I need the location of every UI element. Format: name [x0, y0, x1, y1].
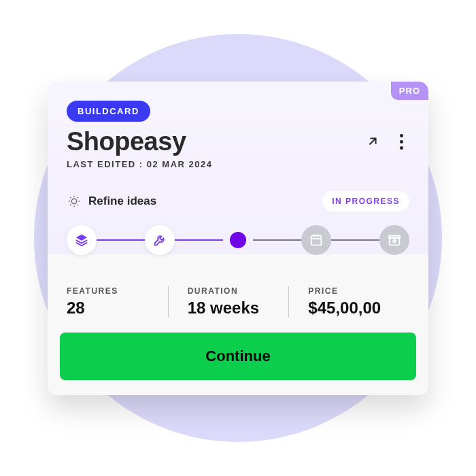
stepper-connector: [331, 239, 379, 241]
refine-ideas-label: Refine ideas: [88, 194, 156, 208]
status-badge: IN PROGRESS: [322, 191, 409, 211]
stat-features: FEATURES 28: [67, 286, 168, 318]
progress-stepper: [67, 225, 409, 255]
step-archive[interactable]: [379, 225, 409, 255]
svg-rect-1: [311, 235, 322, 245]
duration-label: DURATION: [188, 286, 275, 296]
open-external-icon[interactable]: [364, 133, 381, 150]
stat-duration: DURATION 18 weeks: [168, 286, 289, 318]
step-calendar[interactable]: [301, 225, 331, 255]
step-current[interactable]: [230, 232, 246, 248]
more-menu-icon[interactable]: [393, 133, 409, 150]
svg-point-4: [393, 240, 396, 243]
last-edited-label: LAST EDITED : 02 MAR 2024: [67, 159, 409, 169]
stepper-connector: [253, 239, 301, 241]
duration-value: 18 weeks: [188, 299, 275, 318]
buildcard-card: PRO BUILDCARD Shopeasy LAST EDITED : 02 …: [48, 82, 428, 395]
stepper-connector: [97, 239, 145, 241]
svg-point-0: [71, 199, 76, 203]
features-label: FEATURES: [67, 286, 154, 296]
features-value: 28: [67, 299, 154, 318]
step-layers[interactable]: [67, 225, 97, 255]
stat-price: PRICE $45,00,00: [288, 286, 409, 318]
stats-row: FEATURES 28 DURATION 18 weeks PRICE $45,…: [48, 269, 428, 333]
pro-badge: PRO: [391, 82, 428, 100]
card-title: Shopeasy: [67, 127, 186, 156]
price-label: PRICE: [308, 286, 396, 296]
continue-button[interactable]: Continue: [60, 333, 416, 380]
step-tools[interactable]: [145, 225, 175, 255]
buildcard-pill: BUILDCARD: [67, 101, 150, 122]
price-value: $45,00,00: [308, 299, 396, 318]
lightbulb-icon: [67, 194, 82, 209]
stepper-connector: [175, 239, 223, 241]
